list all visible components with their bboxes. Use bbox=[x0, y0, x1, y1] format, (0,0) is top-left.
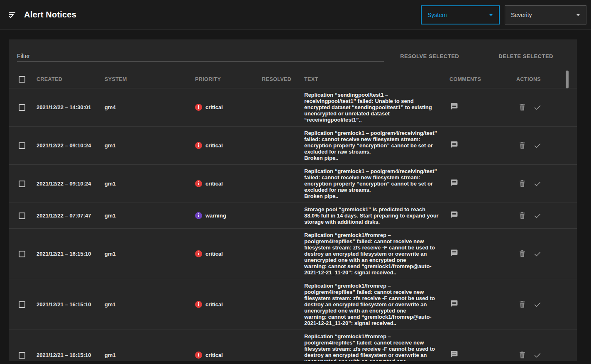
comment-icon[interactable] bbox=[450, 103, 458, 110]
comment-icon[interactable] bbox=[450, 350, 458, 358]
severity-filter-label: Severity bbox=[511, 12, 532, 18]
comment-icon[interactable] bbox=[450, 141, 458, 149]
resolve-selected-button[interactable]: RESOLVE SELECTED bbox=[400, 53, 459, 59]
row-created: 2021/12/21 – 16:15:10 bbox=[37, 251, 105, 257]
priority-label: critical bbox=[205, 251, 223, 257]
row-checkbox[interactable] bbox=[19, 213, 25, 219]
resolve-check-icon[interactable] bbox=[533, 212, 542, 220]
row-system: gm1 bbox=[105, 213, 195, 219]
row-text: Storage pool “gremlock1” is predicted to… bbox=[304, 206, 449, 225]
alerts-card: RESOLVE SELECTED DELETE SELECTED CREATED… bbox=[9, 39, 577, 361]
priority-label: critical bbox=[205, 104, 223, 110]
resolve-check-icon[interactable] bbox=[533, 104, 542, 111]
row-created: 2021/12/22 – 07:07:47 bbox=[37, 213, 105, 219]
filter-input[interactable] bbox=[17, 50, 384, 62]
row-text: Replication “gremlock1 – poolgrem4/recei… bbox=[304, 130, 449, 161]
row-text: Replication “sendingpool/test1 – receivi… bbox=[304, 92, 449, 123]
page-title: Alert Notices bbox=[24, 10, 76, 20]
chevron-down-icon bbox=[489, 14, 493, 16]
priority-info-icon: i bbox=[195, 250, 202, 257]
priority-label: critical bbox=[205, 181, 223, 187]
row-system: gm4 bbox=[105, 104, 195, 110]
table-row: 2021/12/22 – 14:30:01 gm4 i critical Rep… bbox=[9, 88, 577, 127]
row-created: 2021/12/21 – 16:15:10 bbox=[37, 352, 105, 358]
row-system: gm1 bbox=[105, 251, 195, 257]
scrollbar-thumb[interactable] bbox=[566, 71, 569, 88]
system-filter-label: System bbox=[427, 12, 447, 18]
row-text: Replication “gremlock1/fromrep – poolgre… bbox=[304, 232, 449, 276]
severity-filter-dropdown[interactable]: Severity bbox=[505, 5, 586, 24]
column-header-system: SYSTEM bbox=[105, 76, 195, 82]
table-row: 2021/12/21 – 16:15:10 gm1 i critical Rep… bbox=[9, 279, 577, 330]
priority-info-icon: i bbox=[195, 104, 202, 111]
row-text: Replication “gremlock1 – poolgrem4/recei… bbox=[304, 168, 449, 199]
row-checkbox[interactable] bbox=[19, 352, 25, 359]
delete-trash-icon[interactable] bbox=[519, 142, 526, 149]
row-created: 2021/12/22 – 09:10:24 bbox=[37, 142, 105, 149]
delete-trash-icon[interactable] bbox=[519, 103, 526, 111]
table-header: CREATED SYSTEM PRIORITY RESOLVED TEXT CO… bbox=[9, 71, 577, 88]
delete-trash-icon[interactable] bbox=[519, 212, 526, 220]
resolve-check-icon[interactable] bbox=[533, 250, 542, 258]
table-row: 2021/12/22 – 07:07:47 gm1 i warning Stor… bbox=[9, 203, 577, 229]
row-text: Replication “gremlock1/fromrep – poolgre… bbox=[304, 333, 449, 361]
priority-info-icon: i bbox=[195, 212, 202, 219]
row-checkbox[interactable] bbox=[19, 251, 25, 257]
row-created: 2021/12/22 – 09:10:24 bbox=[37, 181, 105, 187]
column-header-resolved: RESOLVED bbox=[262, 76, 304, 82]
column-header-priority: PRIORITY bbox=[195, 76, 262, 82]
row-system: gm1 bbox=[105, 142, 195, 149]
priority-info-icon: i bbox=[195, 301, 202, 308]
priority-info-icon: i bbox=[195, 142, 202, 149]
row-system: gm1 bbox=[105, 352, 195, 358]
row-checkbox[interactable] bbox=[19, 301, 25, 308]
delete-trash-icon[interactable] bbox=[519, 180, 526, 188]
priority-label: critical bbox=[205, 352, 223, 358]
row-system: gm1 bbox=[105, 301, 195, 308]
row-checkbox[interactable] bbox=[19, 104, 25, 111]
priority-label: critical bbox=[205, 301, 223, 308]
table-row: 2021/12/21 – 16:15:10 gm1 i critical Rep… bbox=[9, 330, 577, 361]
column-header-text: TEXT bbox=[304, 76, 449, 82]
row-text: Replication “gremlock1/fromrep – poolgre… bbox=[304, 283, 449, 326]
system-filter-dropdown[interactable]: System bbox=[421, 5, 500, 24]
table-body: 2021/12/22 – 14:30:01 gm4 i critical Rep… bbox=[9, 88, 577, 361]
priority-info-icon: i bbox=[195, 352, 202, 359]
delete-trash-icon[interactable] bbox=[519, 300, 526, 308]
comment-icon[interactable] bbox=[450, 300, 458, 308]
row-created: 2021/12/21 – 16:15:10 bbox=[37, 301, 105, 308]
delete-trash-icon[interactable] bbox=[519, 250, 526, 258]
alerts-menu-icon[interactable] bbox=[8, 10, 18, 20]
column-header-created: CREATED bbox=[37, 76, 105, 82]
comment-icon[interactable] bbox=[450, 179, 458, 187]
row-system: gm1 bbox=[105, 181, 195, 187]
table-row: 2021/12/22 – 09:10:24 gm1 i critical Rep… bbox=[9, 127, 577, 165]
row-checkbox[interactable] bbox=[19, 181, 25, 187]
row-checkbox[interactable] bbox=[19, 142, 25, 149]
comment-icon[interactable] bbox=[450, 249, 458, 257]
resolve-check-icon[interactable] bbox=[533, 352, 542, 359]
resolve-check-icon[interactable] bbox=[533, 142, 542, 149]
priority-label: critical bbox=[205, 142, 223, 149]
row-created: 2021/12/22 – 14:30:01 bbox=[37, 104, 105, 110]
delete-trash-icon[interactable] bbox=[519, 351, 526, 359]
column-header-comments: COMMENTS bbox=[449, 76, 516, 82]
priority-info-icon: i bbox=[195, 180, 202, 187]
priority-label: warning bbox=[205, 213, 226, 219]
chevron-down-icon bbox=[576, 14, 580, 16]
comment-icon[interactable] bbox=[450, 211, 458, 219]
app-header: Alert Notices System Severity bbox=[0, 0, 591, 30]
select-all-checkbox[interactable] bbox=[19, 76, 25, 83]
delete-selected-button[interactable]: DELETE SELECTED bbox=[498, 53, 553, 59]
table-row: 2021/12/22 – 09:10:24 gm1 i critical Rep… bbox=[9, 165, 577, 203]
resolve-check-icon[interactable] bbox=[533, 301, 542, 308]
table-row: 2021/12/21 – 16:15:10 gm1 i critical Rep… bbox=[9, 229, 577, 279]
resolve-check-icon[interactable] bbox=[533, 180, 542, 188]
